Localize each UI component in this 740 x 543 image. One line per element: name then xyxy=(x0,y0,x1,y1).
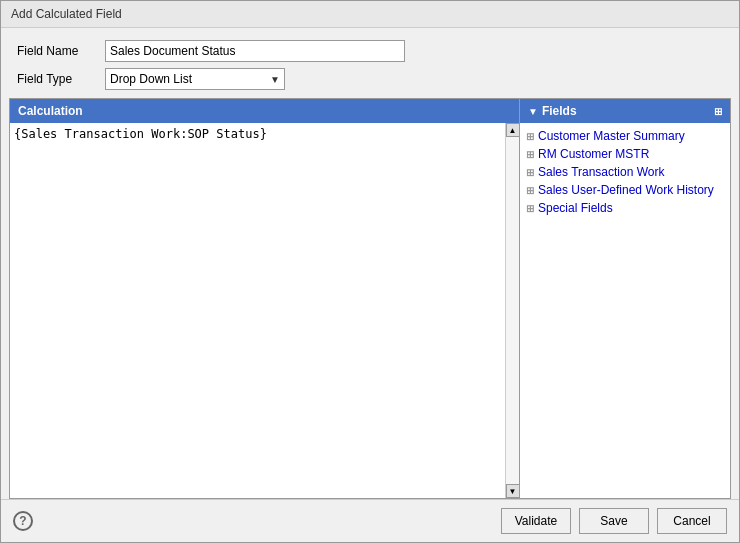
validate-button[interactable]: Validate xyxy=(501,508,571,534)
fields-header-sort-icon: ▼ xyxy=(528,106,538,117)
field-name-input[interactable] xyxy=(105,40,405,62)
field-item-special-fields[interactable]: ⊞ Special Fields xyxy=(520,199,730,217)
field-name-row: Field Name xyxy=(17,40,723,62)
main-panel: Calculation {Sales Transaction Work:SOP … xyxy=(9,98,731,499)
fields-header-label: Fields xyxy=(542,104,577,118)
help-button[interactable]: ? xyxy=(13,511,33,531)
field-expand-icon-0: ⊞ xyxy=(526,131,534,142)
field-label-0: Customer Master Summary xyxy=(538,129,685,143)
calc-content-wrapper: {Sales Transaction Work:SOP Status} ▲ ▼ xyxy=(10,123,519,498)
scroll-up-button[interactable]: ▲ xyxy=(506,123,520,137)
field-item-customer-master-summary[interactable]: ⊞ Customer Master Summary xyxy=(520,127,730,145)
footer-left: ? xyxy=(13,511,33,531)
field-expand-icon-4: ⊞ xyxy=(526,203,534,214)
calculation-panel: Calculation {Sales Transaction Work:SOP … xyxy=(10,99,520,498)
calculation-content[interactable]: {Sales Transaction Work:SOP Status} xyxy=(10,123,505,498)
field-label-1: RM Customer MSTR xyxy=(538,147,649,161)
field-expand-icon-1: ⊞ xyxy=(526,149,534,160)
field-name-label: Field Name xyxy=(17,44,97,58)
fields-panel: ▼ Fields ⊞ ⊞ Customer Master Summary ⊞ R… xyxy=(520,99,730,498)
calc-scrollbar: ▲ ▼ xyxy=(505,123,519,498)
cancel-button[interactable]: Cancel xyxy=(657,508,727,534)
field-label-3: Sales User-Defined Work History xyxy=(538,183,714,197)
form-area: Field Name Field Type Drop Down List Tex… xyxy=(1,28,739,98)
field-expand-icon-2: ⊞ xyxy=(526,167,534,178)
calculation-header: Calculation xyxy=(10,99,519,123)
field-type-select-wrapper[interactable]: Drop Down List Text Number Date ▼ xyxy=(105,68,285,90)
dialog-title: Add Calculated Field xyxy=(1,1,739,28)
field-label-2: Sales Transaction Work xyxy=(538,165,665,179)
calculation-text: {Sales Transaction Work:SOP Status} xyxy=(14,127,267,141)
fields-header: ▼ Fields ⊞ xyxy=(520,99,730,123)
field-item-sales-transaction-work[interactable]: ⊞ Sales Transaction Work xyxy=(520,163,730,181)
calculation-header-label: Calculation xyxy=(18,104,83,118)
field-type-select[interactable]: Drop Down List Text Number Date xyxy=(106,69,284,89)
fields-header-expand-icon[interactable]: ⊞ xyxy=(714,106,722,117)
field-item-sales-user-defined[interactable]: ⊞ Sales User-Defined Work History xyxy=(520,181,730,199)
footer: ? Validate Save Cancel xyxy=(1,499,739,542)
field-type-row: Field Type Drop Down List Text Number Da… xyxy=(17,68,723,90)
scroll-down-button[interactable]: ▼ xyxy=(506,484,520,498)
fields-content: ⊞ Customer Master Summary ⊞ RM Customer … xyxy=(520,123,730,498)
field-label-4: Special Fields xyxy=(538,201,613,215)
add-calculated-field-dialog: Add Calculated Field Field Name Field Ty… xyxy=(0,0,740,543)
save-button[interactable]: Save xyxy=(579,508,649,534)
field-type-label: Field Type xyxy=(17,72,97,86)
scroll-track xyxy=(506,137,519,484)
field-expand-icon-3: ⊞ xyxy=(526,185,534,196)
field-item-rm-customer-mstr[interactable]: ⊞ RM Customer MSTR xyxy=(520,145,730,163)
